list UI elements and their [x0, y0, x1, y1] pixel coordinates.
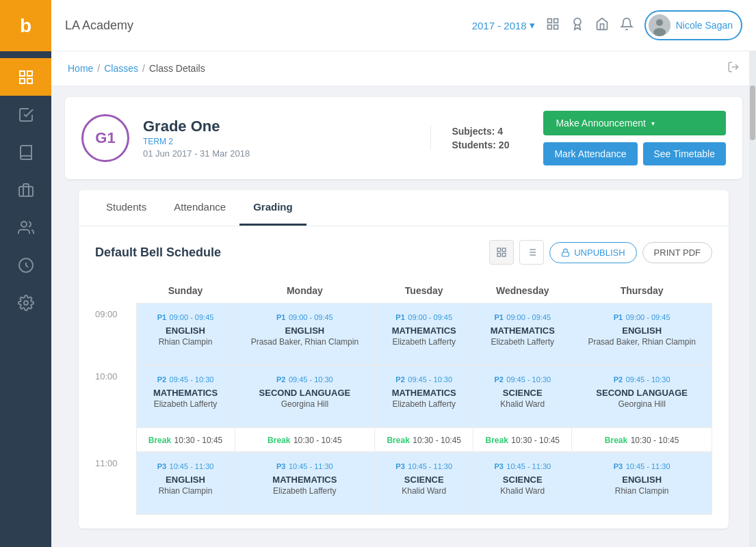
svg-point-7 — [24, 301, 28, 305]
class-term: TERM 2 — [143, 137, 417, 146]
period-subject: SCIENCE — [480, 388, 564, 398]
home-icon[interactable] — [595, 17, 609, 34]
period-teacher: Rhian Clampin — [144, 337, 228, 347]
class-actions: Make Announcement ▾ Mark Attendance See … — [543, 111, 726, 165]
table-row: P3 10:45 - 11:30 MATHEMATICS Elizabeth L… — [235, 453, 375, 515]
time-label: 11:00 — [95, 453, 136, 515]
sunday-header: Sunday — [136, 278, 235, 304]
svg-rect-27 — [562, 252, 569, 256]
class-name: Grade One — [143, 118, 417, 135]
layout-icon[interactable] — [546, 17, 560, 34]
tab-attendance[interactable]: Attendance — [160, 190, 239, 226]
svg-rect-8 — [547, 19, 551, 23]
scrollbar-thumb — [750, 85, 755, 140]
wednesday-header: Wednesday — [473, 278, 572, 304]
period-subject: SECOND LANGUAGE — [579, 388, 705, 398]
period-teacher: Rhian Clampin — [579, 486, 705, 496]
see-timetable-button[interactable]: See Timetable — [643, 142, 727, 165]
table-row: Break 10:30 - 10:45 — [136, 428, 235, 453]
table-row: P2 09:45 - 10:30 MATHEMATICS Elizabeth L… — [375, 366, 473, 428]
year-selector[interactable]: 2017 - 2018 ▾ — [472, 19, 535, 31]
class-meta: Subjects: 4 Students: 20 — [430, 126, 530, 150]
nav-icons — [0, 51, 51, 321]
break-time: 10:30 - 10:45 — [413, 436, 461, 445]
breadcrumb-current: Class Details — [149, 63, 205, 74]
breadcrumb: Home / Classes / Class Details — [68, 63, 205, 74]
svg-rect-17 — [497, 248, 501, 252]
monday-header: Monday — [235, 278, 375, 304]
breadcrumb-classes[interactable]: Classes — [104, 63, 138, 74]
nav-icon-briefcase[interactable] — [0, 171, 51, 209]
period-teacher: Elizabeth Lafferty — [144, 399, 228, 409]
svg-rect-11 — [547, 25, 551, 29]
period-subject: MATHEMATICS — [242, 475, 368, 485]
breadcrumb-sep-2: / — [142, 63, 145, 74]
period-subject: ENGLISH — [579, 325, 705, 336]
class-info: Grade One TERM 2 01 Jun 2017 - 31 Mar 20… — [143, 118, 417, 159]
breadcrumb-home[interactable]: Home — [68, 63, 93, 74]
table-row: P2 09:45 - 10:30 MATHEMATICS Elizabeth L… — [136, 366, 235, 428]
period-label: P2 09:45 - 10:30 — [579, 373, 705, 385]
period-teacher: Khalid Ward — [480, 399, 564, 409]
period-label: P1 09:00 - 09:45 — [382, 310, 466, 323]
table-row: P2 09:45 - 10:30 SCIENCE Khalid Ward — [473, 366, 572, 428]
tabs-nav: Students Attendance Grading — [79, 190, 729, 226]
exit-icon[interactable] — [727, 61, 740, 76]
nav-icon-attendance[interactable] — [0, 96, 51, 133]
header-actions: 2017 - 2018 ▾ — [472, 10, 742, 40]
period-teacher: Elizabeth Lafferty — [242, 486, 368, 496]
subjects-meta: Subjects: 4 — [452, 126, 509, 137]
nav-icon-users[interactable] — [0, 209, 51, 246]
nav-icon-finance[interactable] — [0, 246, 51, 284]
nav-icon-classes[interactable] — [0, 58, 51, 96]
table-row: P3 10:45 - 11:30 SCIENCE Khalid Ward — [375, 453, 473, 515]
unpublish-button[interactable]: UNPUBLISH — [549, 242, 636, 263]
announce-dropdown-arrow: ▾ — [651, 120, 655, 127]
table-row: P1 09:00 - 09:45 ENGLISH Prasad Baker, R… — [235, 304, 375, 366]
table-row: P2 09:45 - 10:30 SECOND LANGUAGE Georgin… — [572, 366, 712, 428]
app-logo[interactable]: b — [0, 0, 51, 51]
grid-view-button[interactable] — [489, 240, 514, 265]
period-label: P1 09:00 - 09:45 — [480, 310, 564, 323]
period-label: P3 10:45 - 11:30 — [480, 459, 564, 472]
break-label: Break — [485, 436, 508, 445]
mark-attendance-button[interactable]: Mark Attendance — [543, 142, 637, 165]
make-announcement-button[interactable]: Make Announcement ▾ — [543, 111, 726, 135]
time-label — [95, 428, 136, 453]
period-subject: MATHEMATICS — [480, 325, 564, 336]
break-label: Break — [148, 436, 171, 445]
user-badge[interactable]: Nicole Sagan — [644, 10, 742, 40]
chevron-down-icon: ▾ — [530, 19, 535, 31]
period-subject: SECOND LANGUAGE — [242, 388, 368, 398]
nav-icon-books[interactable] — [0, 133, 51, 171]
class-card: G1 Grade One TERM 2 01 Jun 2017 - 31 Mar… — [65, 97, 742, 179]
table-row: P3 10:45 - 11:30 ENGLISH Rhian Clampin — [572, 453, 712, 515]
nav-icon-settings[interactable] — [0, 284, 51, 321]
list-view-button[interactable] — [519, 240, 544, 265]
svg-point-12 — [574, 18, 581, 25]
period-subject: ENGLISH — [579, 475, 705, 485]
table-row: Break 10:30 - 10:45 — [572, 428, 712, 453]
period-subject: SCIENCE — [480, 475, 564, 485]
award-icon[interactable] — [571, 17, 584, 34]
table-row: P3 10:45 - 11:30 SCIENCE Khalid Ward — [473, 453, 572, 515]
class-dates: 01 Jun 2017 - 31 Mar 2018 — [143, 148, 417, 159]
tab-grading[interactable]: Grading — [239, 190, 307, 226]
svg-point-14 — [656, 19, 663, 26]
bell-icon[interactable] — [620, 17, 634, 34]
period-teacher: Elizabeth Lafferty — [382, 399, 466, 409]
tabs-schedule-wrapper: Students Attendance Grading Default Bell… — [65, 190, 742, 529]
scrollbar[interactable] — [749, 51, 756, 547]
period-subject: ENGLISH — [242, 325, 368, 336]
time-label: 10:00 — [95, 366, 136, 428]
period-label: P1 09:00 - 09:45 — [242, 310, 368, 323]
period-label: P2 09:45 - 10:30 — [480, 373, 564, 385]
timetable: Sunday Monday Tuesday Wednesday Thursday… — [95, 278, 712, 515]
time-label: 09:00 — [95, 304, 136, 366]
students-meta: Students: 20 — [452, 139, 509, 150]
period-teacher: Elizabeth Lafferty — [382, 337, 466, 347]
print-pdf-button[interactable]: PRINT PDF — [642, 242, 712, 263]
svg-rect-3 — [27, 79, 32, 83]
period-label: P3 10:45 - 11:30 — [242, 459, 368, 472]
tab-students[interactable]: Students — [92, 190, 160, 226]
